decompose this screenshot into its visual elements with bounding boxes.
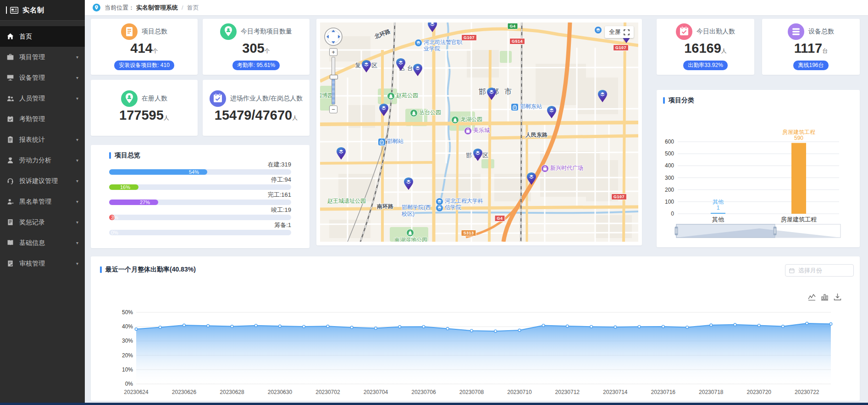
svg-text:20230702: 20230702 [315, 389, 340, 395]
map-label-text: 人民东路 [525, 132, 547, 138]
zoom-handle[interactable] [330, 75, 338, 79]
zoom-out-button[interactable]: − [329, 105, 337, 113]
sidebar-item-5[interactable]: 报表统计▾ [0, 129, 85, 150]
line-chart-icon[interactable] [808, 293, 816, 301]
sidebar-menu: 首页项目管理▾设备管理▾人员管理▾考勤管理报表统计▾劳动力分析▾投诉建议管理▾黑… [0, 21, 85, 274]
left-column: 项目总数 414个安装设备项目数: 410 今日考勤项目数量 305个考勤率: … [91, 19, 310, 248]
main-area: 当前位置： 实名制管理系统 / 首页 项目总数 414个安装设备项目数: 410… [85, 0, 868, 403]
zoom-track[interactable] [332, 57, 335, 105]
map-pan-control[interactable] [324, 27, 343, 46]
map-project-pin-10[interactable] [526, 172, 536, 185]
device-icon [6, 74, 14, 82]
road-badge-G4: G4 [507, 23, 518, 29]
map-project-pin-12[interactable] [336, 147, 346, 160]
people-icon [6, 94, 14, 102]
sidebar-item-4[interactable]: 考勤管理 [0, 109, 85, 129]
mall-map-icon [541, 165, 549, 172]
school-poi-icon [415, 39, 422, 47]
map[interactable]: 北环路河北司法警官职业学院复兴区丛台区园博园赵苑公园邯郸市丛台公园龙湖公园美乐城… [320, 22, 638, 242]
svg-text:590: 590 [794, 135, 803, 141]
project-icon [6, 53, 14, 61]
overview-row-label: 完工:161 [109, 191, 291, 199]
stat-unit: 个 [265, 48, 270, 54]
stat-badge: 安装设备项目数: 410 [114, 61, 174, 70]
breadcrumb-system[interactable]: 实名制管理系统 [136, 4, 178, 12]
map-label-人民东路: 人民东路 [525, 132, 547, 138]
breadcrumb-current[interactable]: 首页 [187, 4, 199, 12]
stat-card-left-0: 项目总数 414个安装设备项目数: 410 [91, 19, 198, 75]
station-map-icon [511, 103, 519, 111]
map-project-pin-2[interactable] [361, 60, 371, 73]
project-category-bar-svg[interactable]: 0100200300400500600其他1其他房屋建筑工程590房屋建筑工程 [657, 108, 860, 246]
map-label-text: 赵苑公园 [396, 92, 418, 99]
stat-unit: 台 [822, 48, 828, 54]
map-project-pin-4[interactable] [413, 63, 423, 77]
sidebar-item-1[interactable]: 项目管理▾ [0, 47, 85, 67]
stat-cards-left: 项目总数 414个安装设备项目数: 410 今日考勤项目数量 305个考勤率: … [91, 19, 310, 136]
sidebar-item-home[interactable]: 首页 [0, 26, 85, 47]
sidebar-item-label: 人员管理 [19, 94, 45, 103]
park-map-icon [406, 229, 414, 237]
map-label-text: 河北工程大学科信学院 [445, 198, 483, 211]
svg-text:1: 1 [717, 205, 720, 211]
location-pin-icon [93, 4, 100, 11]
station-poi-icon [378, 138, 386, 146]
sidebar-item-8[interactable]: 黑名单管理▾ [0, 191, 85, 212]
sidebar-item-2[interactable]: 设备管理▾ [0, 67, 85, 88]
map-project-pin-5[interactable] [379, 103, 389, 117]
map-project-pin-11[interactable] [404, 177, 414, 190]
attendance-trend-area-svg[interactable]: 0%10%20%30%40%50%20230624202306262023062… [91, 261, 860, 399]
map-project-pin-3[interactable] [396, 58, 406, 71]
sidebar-item-label: 投诉建议管理 [19, 177, 58, 185]
stat-cards-right: 今日出勤人数 16169人出勤率33.92% 设备总数 1117台离线196台 [657, 19, 860, 75]
zoom-in-button[interactable]: + [329, 48, 337, 56]
stat-label: 设备总数 [808, 28, 834, 36]
stat-head: 设备总数 [788, 23, 834, 40]
stat-card-left-1: 今日考勤项目数量 305个考勤率: 95.61% [203, 19, 310, 75]
overview-row-1: 停工:94 16% [109, 176, 291, 190]
overview-percent-label: 27% [140, 200, 150, 205]
map-label-邯郸市: 邯郸市 [479, 88, 517, 96]
overview-row-label: 在建:319 [109, 161, 291, 169]
map-project-pin-8[interactable] [597, 89, 608, 103]
sidebar-item-10[interactable]: 基础信息▾ [0, 233, 85, 253]
chevron-down-icon: ▾ [76, 137, 78, 142]
stat-unit: 人 [164, 115, 169, 121]
svg-text:20230716: 20230716 [651, 389, 676, 395]
sidebar-item-7[interactable]: 投诉建议管理▾ [0, 171, 85, 191]
stat-card-left-2: 在册人数 177595人 [91, 80, 198, 136]
chart-toolbox [803, 293, 841, 301]
app-window: 实名制 首页项目管理▾设备管理▾人员管理▾考勤管理报表统计▾劳动力分析▾投诉建议… [0, 0, 868, 403]
chevron-down-icon: ▾ [76, 55, 78, 60]
overview-progress-fill [109, 200, 158, 205]
map-project-pin-0[interactable] [427, 22, 437, 33]
svg-text:200: 200 [665, 187, 674, 193]
map-project-pin-9[interactable] [473, 148, 483, 161]
overview-row-label: 停工:94 [109, 176, 291, 184]
fullscreen-button[interactable]: 全屏 [605, 26, 634, 38]
park-poi-icon [410, 109, 418, 117]
map-label-text: 南环路 [377, 203, 393, 210]
map-project-pin-6[interactable] [487, 87, 497, 100]
download-icon[interactable] [834, 293, 841, 301]
map-label-text: 美乐城 [473, 127, 490, 133]
stat-value: 16169人 [684, 41, 727, 58]
map-project-pin-7[interactable] [547, 105, 557, 119]
home-icon [6, 33, 14, 40]
overview-percent-label: 0% [111, 230, 118, 235]
title-accent-bar [663, 97, 665, 104]
sidebar-item-6[interactable]: 劳动力分析▾ [0, 150, 85, 171]
mall-poi-icon [541, 165, 549, 172]
sidebar-item-11[interactable]: 审核管理▾ [0, 253, 85, 274]
svg-text:20230704: 20230704 [364, 389, 388, 395]
map-label-龙湖公园: 龙湖公园 [451, 116, 482, 124]
map-label-text: 邯郸站 [387, 138, 404, 144]
dashboard-content: 项目总数 414个安装设备项目数: 410 今日考勤项目数量 305个考勤率: … [85, 15, 868, 401]
sidebar-item-9[interactable]: 奖惩记录▾ [0, 212, 85, 233]
bar-chart-icon[interactable] [821, 293, 829, 301]
map-zoom-slider[interactable]: + − [329, 48, 337, 113]
sidebar-item-3[interactable]: 人员管理▾ [0, 88, 85, 109]
title-accent-bar [109, 152, 111, 159]
logo-text: 实名制 [22, 6, 44, 15]
stat-unit: 个 [153, 48, 158, 54]
